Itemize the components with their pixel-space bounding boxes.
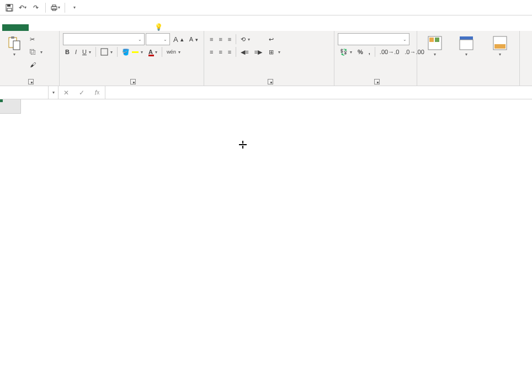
tab-review[interactable]	[82, 24, 95, 31]
svg-rect-8	[13, 41, 20, 50]
table-format-button[interactable]: ▾	[451, 33, 481, 58]
align-bottom-button[interactable]: ≡	[226, 33, 233, 45]
wrap-text-button[interactable]: ↩	[267, 33, 283, 45]
svg-rect-12	[435, 38, 439, 42]
tab-help[interactable]	[121, 24, 135, 31]
fill-color-button[interactable]: 🪣▾	[120, 46, 145, 58]
svg-rect-11	[429, 38, 434, 42]
svg-rect-9	[101, 49, 108, 55]
painter-button[interactable]: 🖌	[28, 59, 45, 71]
percent-button[interactable]: %	[355, 46, 365, 58]
spreadsheet-grid[interactable]	[0, 99, 532, 392]
italic-button[interactable]: I	[73, 46, 79, 58]
svg-rect-14	[460, 40, 473, 50]
clipboard-launcher[interactable]	[28, 79, 34, 84]
increase-decimal-button[interactable]: .00→.0	[377, 46, 401, 58]
name-box[interactable]	[0, 86, 49, 99]
qat-customize-icon[interactable]: ▾	[68, 2, 81, 14]
bucket-icon: 🪣	[122, 49, 130, 56]
orientation-button[interactable]: ⟲▾	[238, 33, 252, 45]
svg-rect-13	[460, 36, 473, 40]
grow-font-button[interactable]: A▴	[171, 33, 186, 45]
outdent-button[interactable]: ◀≡	[238, 46, 251, 58]
svg-rect-7	[11, 36, 14, 39]
accounting-button[interactable]: 💱▾	[338, 46, 354, 58]
align-left-button[interactable]: ≡	[208, 46, 215, 58]
tab-home[interactable]	[15, 24, 29, 31]
quickprint-icon[interactable]: ▾	[49, 2, 61, 14]
fx-button[interactable]: fx	[89, 89, 105, 97]
wrap-icon: ↩	[269, 36, 274, 43]
font-size-select[interactable]: ⌄	[146, 33, 170, 45]
align-middle-button[interactable]: ≡	[216, 33, 224, 45]
phonetic-button[interactable]: wén▾	[164, 46, 183, 58]
tell-me-search[interactable]: 💡	[148, 23, 173, 31]
select-all-corner[interactable]	[0, 99, 21, 114]
cancel-formula-button[interactable]: ✕	[58, 89, 74, 97]
copy-icon: ⿻	[30, 49, 36, 55]
shrink-font-button[interactable]: A▾	[187, 33, 200, 45]
svg-rect-1	[7, 4, 10, 7]
svg-rect-16	[494, 44, 506, 49]
tab-powerpivot[interactable]	[135, 24, 148, 31]
font-color-button[interactable]: A▾	[146, 46, 159, 58]
number-launcher[interactable]	[374, 79, 380, 84]
name-box-dropdown[interactable]: ▾	[49, 86, 58, 99]
tab-layout[interactable]	[42, 24, 55, 31]
align-launcher[interactable]	[268, 79, 273, 84]
align-center-button[interactable]: ≡	[216, 46, 224, 58]
tab-data[interactable]	[68, 24, 82, 31]
paste-button[interactable]: ▾	[3, 33, 25, 58]
underline-button[interactable]: U▾	[80, 46, 93, 58]
merge-button[interactable]: ⊞▾	[267, 46, 283, 58]
tab-insert[interactable]	[29, 24, 42, 31]
lightbulb-icon: 💡	[155, 23, 163, 31]
border-button[interactable]: ▾	[98, 46, 115, 58]
enter-formula-button[interactable]: ✓	[74, 89, 89, 97]
comma-button[interactable]: ,	[366, 46, 373, 58]
svg-rect-2	[7, 8, 12, 11]
align-top-button[interactable]: ≡	[208, 33, 215, 45]
svg-rect-4	[52, 5, 56, 7]
brush-icon: 🖌	[30, 61, 36, 68]
conditional-format-button[interactable]: ▾	[421, 33, 449, 58]
font-launcher[interactable]	[130, 79, 136, 84]
align-right-button[interactable]: ≡	[226, 46, 233, 58]
undo-icon[interactable]: ↶▾	[17, 2, 29, 14]
save-icon[interactable]	[3, 2, 15, 14]
copy-button[interactable]: ⿻▾	[28, 46, 45, 58]
tab-file[interactable]	[2, 24, 15, 31]
indent-button[interactable]: ≡▶	[252, 46, 264, 58]
number-format-select[interactable]: ⌄	[338, 33, 409, 45]
scissors-icon: ✂	[30, 36, 35, 43]
formula-input[interactable]	[105, 86, 532, 99]
font-name-select[interactable]: ⌄	[63, 33, 145, 45]
cell-cursor-icon	[238, 140, 246, 148]
cell-style-button[interactable]: ▾	[483, 33, 516, 58]
tab-view[interactable]	[95, 24, 108, 31]
tab-formulas[interactable]	[55, 24, 68, 31]
merge-icon: ⊞	[269, 49, 274, 56]
tab-dev[interactable]	[108, 24, 121, 31]
cut-button[interactable]: ✂	[28, 33, 45, 45]
bold-button[interactable]: B	[63, 46, 72, 58]
redo-icon[interactable]: ↷	[30, 2, 42, 14]
